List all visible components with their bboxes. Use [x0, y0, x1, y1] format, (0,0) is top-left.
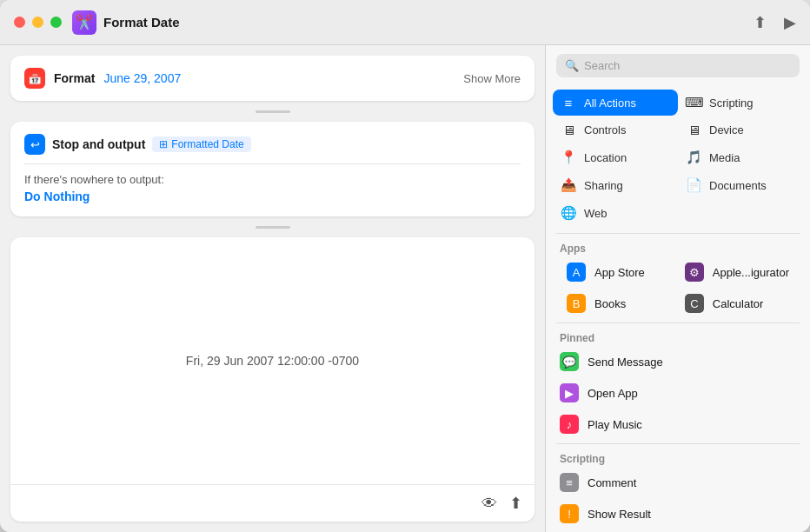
category-documents-label: Documents [709, 179, 767, 192]
left-panel: 📅 Format June 29, 2007 Show More ↩ Stop … [0, 45, 546, 532]
eye-button[interactable]: 👁 [481, 494, 497, 513]
open-app-icon: ▶ [560, 383, 579, 402]
scripting-list: ≡ Comment ! Show Result ! Show Alert ? A… [546, 467, 810, 532]
minimize-button[interactable] [32, 17, 43, 28]
category-scripting-label: Scripting [709, 96, 754, 110]
titlebar-actions: ⬆ ▶ [754, 13, 796, 32]
share-button[interactable]: ⬆ [754, 13, 767, 32]
do-nothing-button[interactable]: Do Nothing [24, 190, 90, 203]
apps-calculator[interactable]: C Calculator [671, 288, 803, 319]
category-device-label: Device [709, 123, 744, 136]
stop-output-card: ↩ Stop and output ⊞ Formatted Date If th… [10, 122, 534, 216]
category-scripting[interactable]: ⌨ Scripting [678, 90, 803, 116]
category-controls[interactable]: 🖥 Controls [553, 117, 678, 143]
play-music-label: Play Music [588, 418, 642, 431]
scripting-divider [556, 443, 800, 444]
scripting-comment[interactable]: ≡ Comment [546, 467, 810, 498]
formatted-date-badge[interactable]: ⊞ Formatted Date [152, 136, 250, 152]
search-icon: 🔍 [565, 59, 579, 72]
category-media-label: Media [709, 151, 740, 164]
location-icon: 📍 [560, 150, 577, 165]
web-icon: 🌐 [560, 205, 577, 221]
resize-handle-bottom [10, 223, 534, 230]
comment-label: Comment [588, 476, 636, 489]
search-input[interactable] [584, 59, 791, 72]
media-icon: 🎵 [685, 150, 702, 165]
if-nowhere-label: If there's nowhere to output: [24, 173, 521, 186]
output-text: Fri, 29 Jun 2007 12:00:00 -0700 [186, 354, 359, 368]
output-footer: 👁 ⬆ [10, 484, 534, 522]
scripting-show-result[interactable]: ! Show Result [546, 498, 810, 529]
stop-icon: ↩ [24, 134, 45, 155]
format-card-header: 📅 Format June 29, 2007 Show More [24, 68, 521, 89]
resize-handle-top [10, 108, 534, 115]
category-location[interactable]: 📍 Location [553, 144, 678, 170]
play-button[interactable]: ▶ [784, 13, 796, 32]
card-divider [24, 163, 521, 164]
apps-grid: A App Store ⚙ Apple...igurator B Books C… [546, 256, 810, 319]
stop-output-row: ↩ Stop and output ⊞ Formatted Date [24, 134, 521, 155]
format-icon: 📅 [24, 68, 45, 89]
category-documents[interactable]: 📄 Documents [678, 172, 803, 198]
pinned-send-message[interactable]: 💬 Send Message [546, 346, 810, 377]
search-bar: 🔍 [556, 54, 800, 77]
documents-icon: 📄 [685, 177, 702, 193]
category-device[interactable]: 🖥 Device [678, 117, 803, 143]
open-app-label: Open App [588, 387, 638, 400]
badge-text: Formatted Date [171, 138, 243, 150]
close-button[interactable] [14, 17, 25, 28]
output-share-button[interactable]: ⬆ [509, 494, 522, 513]
calculator-icon: C [685, 294, 704, 313]
category-web[interactable]: 🌐 Web [553, 200, 678, 226]
controls-icon: 🖥 [560, 123, 577, 137]
pinned-section-label: Pinned [546, 327, 810, 346]
category-media[interactable]: 🎵 Media [678, 144, 803, 170]
books-icon: B [567, 294, 586, 313]
apple-configurator-icon: ⚙ [685, 263, 704, 282]
show-more-button[interactable]: Show More [463, 72, 521, 85]
show-result-label: Show Result [588, 508, 651, 521]
format-card: 📅 Format June 29, 2007 Show More [10, 56, 534, 101]
pinned-list: 💬 Send Message ▶ Open App ♪ Play Music [546, 346, 810, 440]
category-all-actions-label: All Actions [584, 96, 636, 110]
apps-books[interactable]: B Books [553, 288, 671, 319]
maximize-button[interactable] [50, 17, 62, 28]
titlebar: ✂️ Format Date ⬆ ▶ [0, 0, 810, 45]
scripting-section-label: Scripting [546, 448, 810, 467]
window-title: Format Date [103, 15, 754, 30]
category-all-actions[interactable]: ≡ All Actions [553, 90, 678, 116]
app-store-icon: A [567, 263, 586, 282]
right-panel: 🔍 ≡ All Actions ⌨ Scripting 🖥 Controls [546, 45, 810, 532]
format-date-value[interactable]: June 29, 2007 [103, 71, 181, 85]
pinned-open-app[interactable]: ▶ Open App [546, 377, 810, 409]
calculator-label: Calculator [713, 297, 764, 310]
pinned-play-music[interactable]: ♪ Play Music [546, 409, 810, 440]
category-web-label: Web [584, 207, 608, 220]
send-message-icon: 💬 [560, 352, 579, 371]
pinned-divider [556, 323, 800, 323]
traffic-lights [14, 17, 62, 28]
all-actions-icon: ≡ [560, 96, 577, 110]
app-icon: ✂️ [72, 10, 96, 35]
play-music-icon: ♪ [560, 415, 579, 434]
badge-icon: ⊞ [159, 138, 168, 150]
apple-configurator-label: Apple...igurator [713, 266, 789, 279]
stop-output-label: Stop and output [52, 137, 145, 151]
categories-grid: ≡ All Actions ⌨ Scripting 🖥 Controls 🖥 D… [546, 86, 810, 229]
device-icon: 🖥 [685, 123, 702, 137]
books-label: Books [594, 297, 626, 310]
show-result-icon: ! [560, 504, 579, 523]
comment-icon: ≡ [560, 473, 579, 492]
apps-section-label: Apps [546, 237, 810, 256]
sharing-icon: 📤 [560, 177, 577, 193]
category-controls-label: Controls [584, 123, 626, 136]
send-message-label: Send Message [588, 356, 663, 369]
category-location-label: Location [584, 151, 627, 164]
category-sharing[interactable]: 📤 Sharing [553, 172, 678, 198]
app-store-label: App Store [594, 266, 645, 279]
output-card: Fri, 29 Jun 2007 12:00:00 -0700 👁 ⬆ [10, 237, 534, 522]
apps-app-store[interactable]: A App Store [553, 256, 671, 288]
apps-divider [556, 233, 800, 234]
main-window: ✂️ Format Date ⬆ ▶ 📅 Format June 29, 200… [0, 0, 810, 532]
apps-apple-configurator[interactable]: ⚙ Apple...igurator [671, 256, 803, 288]
